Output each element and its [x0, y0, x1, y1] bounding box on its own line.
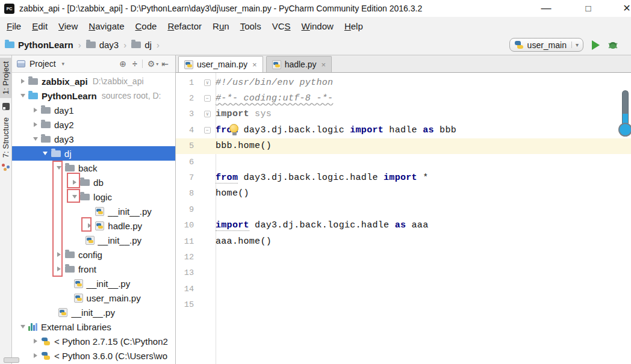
collapse-all-button[interactable]: ÷ [129, 59, 140, 69]
chevron-right-icon[interactable] [30, 108, 41, 113]
tree-row-user_main.py[interactable]: user_main.py [12, 291, 175, 305]
code-line-15[interactable]: 15 [176, 297, 631, 312]
tree-item-label: < Python 2.7.15 (C:\Python2 [54, 336, 168, 347]
editor-tab-user_main.py[interactable]: user_main.py× [178, 56, 263, 72]
code-line-6[interactable]: 6 [176, 154, 631, 170]
code-line-5[interactable]: 5bbb.home() [176, 138, 631, 154]
chevron-down-icon[interactable]: ▾ [62, 61, 65, 67]
menu-navigate[interactable]: Navigate [83, 21, 129, 31]
hide-panel-button[interactable]: ⇤ [158, 59, 172, 69]
tree-row-day2[interactable]: day2 [12, 117, 175, 132]
chevron-down-icon[interactable] [17, 325, 28, 329]
tree-row-front[interactable]: front [12, 262, 175, 276]
tool-window-icon[interactable] [2, 103, 10, 110]
tree-row-Python2.7.15CPython2[interactable]: < Python 2.7.15 (C:\Python2 [12, 334, 175, 348]
tree-row-dj[interactable]: dj [12, 146, 175, 161]
menu-window[interactable]: Window [296, 21, 339, 31]
tree-row-__init__.py[interactable]: __init__.py [12, 233, 175, 247]
tree-row-ExternalLibraries[interactable]: External Libraries [12, 319, 175, 334]
tab-close-icon[interactable]: × [252, 60, 257, 69]
fold-marker[interactable]: − [199, 95, 216, 102]
menu-run[interactable]: Run [207, 21, 235, 31]
chevron-right-icon[interactable] [30, 353, 41, 358]
tool-window-tab-project[interactable]: 1: Project [0, 58, 12, 98]
tree-row-zabbix_api[interactable]: zabbix_apiD:\zabbix_api [12, 74, 175, 88]
chevron-right-icon[interactable] [30, 339, 41, 344]
code-line-7[interactable]: 7from day3.dj.back.logic.hadle import * [176, 170, 631, 185]
folder-icon [41, 136, 51, 143]
chevron-right-icon[interactable] [30, 122, 41, 127]
line-number: 8 [176, 189, 199, 198]
chevron-right-icon: › [123, 40, 126, 50]
folder-icon [65, 266, 75, 273]
code-line-10[interactable]: 10import day3.dj.back.logic.hadle as aaa [176, 218, 631, 233]
run-config-selector[interactable]: user_main ▾ [509, 38, 583, 52]
menu-vcs[interactable]: VCS [267, 21, 296, 31]
locate-button[interactable]: ⊕ [116, 59, 129, 69]
tree-row-db[interactable]: db [12, 175, 175, 190]
tree-row-day3[interactable]: day3 [12, 132, 175, 146]
fold-marker[interactable]: − [199, 127, 216, 134]
code-line-2[interactable]: 2−#-*- coding:utf-8 -*- [176, 90, 631, 106]
annotation-box [67, 189, 80, 203]
menu-file[interactable]: File [1, 21, 26, 31]
menu-help[interactable]: Help [339, 21, 368, 31]
code-line-9[interactable]: 9 [176, 202, 631, 217]
menu-refactor[interactable]: Refactor [162, 21, 207, 31]
minimize-button[interactable]: — [538, 1, 554, 16]
tool-window-bar: 1: Project 7: Structure [0, 55, 12, 364]
tree-row-back[interactable]: back [12, 161, 175, 175]
tree-row-__init__.py[interactable]: __init__.py [12, 204, 175, 218]
corner-widget [4, 357, 19, 363]
code-line-12[interactable]: 12 [176, 249, 631, 265]
thermometer-graphic [618, 90, 631, 141]
tree-row-day1[interactable]: day1 [12, 103, 175, 117]
tree-row-hadle.py[interactable]: hadle.py [12, 218, 175, 233]
debug-button[interactable] [608, 40, 618, 50]
breadcrumb: PythonLearn›day3›dj› [5, 40, 509, 50]
menu-tools[interactable]: Tools [235, 21, 267, 31]
code-text: from day3.dj.back.logic import hadle as … [216, 125, 456, 135]
code-line-8[interactable]: 8home() [176, 186, 631, 202]
breadcrumb-item-PythonLearn[interactable]: PythonLearn [5, 40, 73, 50]
close-button[interactable]: ✕ [619, 1, 631, 16]
chevron-down-icon[interactable] [17, 94, 28, 97]
maximize-button[interactable]: □ [580, 1, 596, 16]
code-line-13[interactable]: 13 [176, 265, 631, 281]
chevron-right-icon[interactable] [17, 79, 28, 84]
tree-item-label: __init__.py [71, 307, 115, 318]
tree-row-__init__.py[interactable]: __init__.py [12, 305, 175, 319]
tree-row-PythonLearn[interactable]: PythonLearnsources root, D: [12, 88, 175, 103]
pylogo-icon [41, 337, 51, 346]
run-button[interactable] [592, 40, 600, 50]
chevron-down-icon[interactable] [40, 152, 51, 155]
editor-tab-hadle.py[interactable]: hadle.py× [266, 56, 332, 72]
pyfile-icon [74, 279, 83, 288]
tree-row-__init__.py[interactable]: __init__.py [12, 276, 175, 291]
code-line-14[interactable]: 14 [176, 281, 631, 297]
intention-bulb-icon[interactable] [229, 124, 239, 136]
menu-view[interactable]: View [53, 21, 83, 31]
chevron-down-icon[interactable] [30, 137, 41, 141]
breadcrumb-item-dj[interactable]: dj [131, 40, 152, 50]
fold-marker[interactable]: ∨ [199, 111, 216, 117]
fold-marker[interactable]: ∨ [199, 79, 216, 86]
tree-item-label: zabbix_api [42, 76, 88, 87]
navigation-toolbar: PythonLearn›day3›dj› user_main ▾ [0, 35, 631, 55]
tool-window-tab-structure[interactable]: 7: Structure [1, 114, 10, 171]
tree-row-logic[interactable]: logic [12, 190, 175, 204]
breadcrumb-label: dj [145, 40, 152, 50]
code-editor[interactable]: 1∨#!/usr/bin/env python2−#-*- coding:utf… [176, 73, 631, 364]
menu-edit[interactable]: Edit [26, 21, 53, 31]
code-line-11[interactable]: 11aaa.home() [176, 233, 631, 249]
project-view-selector[interactable]: Project [30, 59, 56, 69]
code-line-4[interactable]: 4−from day3.dj.back.logic import hadle a… [176, 122, 631, 138]
menu-code[interactable]: Code [130, 21, 163, 31]
breadcrumb-item-day3[interactable]: day3 [86, 40, 119, 50]
tab-close-icon[interactable]: × [322, 60, 326, 69]
tree-row-config[interactable]: config [12, 247, 175, 262]
code-line-1[interactable]: 1∨#!/usr/bin/env python [176, 75, 631, 90]
code-line-3[interactable]: 3∨import sys [176, 106, 631, 122]
code-text: aaa.home() [216, 236, 272, 247]
tree-row-Python3.6.0CUserswo[interactable]: < Python 3.6.0 (C:\Users\wo [12, 348, 175, 363]
